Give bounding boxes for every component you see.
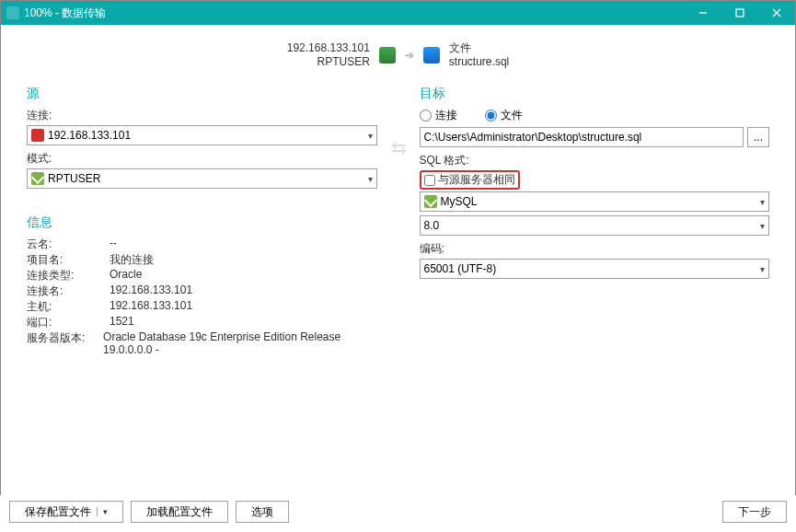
source-host-label: 192.168.133.101 (287, 41, 370, 55)
schema-select[interactable]: RPTUSER ▾ (27, 168, 377, 189)
next-button[interactable]: 下一步 (722, 501, 787, 523)
target-type-label: 文件 (449, 41, 509, 55)
info-value: 我的连接 (110, 252, 154, 268)
chevron-down-icon: ▾ (760, 264, 765, 274)
sql-format-label: SQL 格式: (420, 153, 770, 168)
info-value: 192.168.133.101 (110, 299, 192, 315)
target-file-label: structure.sql (449, 55, 509, 69)
connection-label: 连接: (27, 108, 377, 123)
source-panel: 源 连接: 192.168.133.101 ▾ 模式: RPTUSER ▾ 信息… (27, 86, 377, 356)
db-type-value: MySQL (441, 195, 478, 208)
info-value: 1521 (110, 315, 134, 330)
arrow-icon: ➔ (405, 49, 414, 62)
chevron-down-icon: ▾ (368, 131, 373, 141)
target-title: 目标 (420, 86, 770, 102)
save-profile-button[interactable]: 保存配置文件▾ (9, 501, 123, 523)
info-value: 192.168.133.101 (110, 283, 192, 299)
encoding-select[interactable]: 65001 (UTF-8) ▾ (420, 259, 770, 279)
encoding-label: 编码: (420, 241, 770, 257)
connection-value: 192.168.133.101 (48, 129, 131, 142)
options-button[interactable]: 选项 (236, 501, 289, 523)
target-panel: 目标 连接 文件 C:\Users\Administrator\Desktop\… (420, 86, 770, 279)
schema-icon (31, 172, 44, 185)
title-text: 100% - 数据传输 (24, 6, 106, 21)
info-value: Oracle (110, 268, 142, 283)
schema-label: 模式: (27, 151, 377, 167)
svg-rect-1 (736, 9, 744, 17)
radio-connection[interactable]: 连接 (420, 108, 457, 123)
info-label: 项目名: (27, 252, 110, 268)
info-grid: 云名:-- 项目名:我的连接 连接类型:Oracle 连接名:192.168.1… (27, 237, 377, 356)
info-title: 信息 (27, 214, 377, 231)
radio-file[interactable]: 文件 (485, 108, 523, 123)
connection-select[interactable]: 192.168.133.101 ▾ (27, 125, 377, 145)
oracle-icon (31, 129, 44, 142)
info-label: 主机: (27, 299, 110, 315)
info-value: Oracle Database 19c Enterprise Edition R… (103, 330, 376, 356)
chevron-down-icon: ▾ (97, 507, 108, 516)
window-controls (685, 1, 795, 25)
transfer-summary: 192.168.133.101 RPTUSER ➔ 文件 structure.s… (1, 25, 795, 78)
app-icon (6, 6, 19, 19)
info-label: 端口: (27, 315, 110, 330)
footer: 保存配置文件▾ 加载配置文件 选项 下一步 (0, 495, 796, 532)
load-profile-button[interactable]: 加载配置文件 (131, 501, 228, 523)
chevron-down-icon: ▾ (368, 174, 373, 184)
chevron-down-icon: ▾ (760, 221, 765, 231)
info-label: 连接类型: (27, 268, 110, 283)
source-title: 源 (27, 86, 377, 102)
maximize-button[interactable] (721, 1, 758, 25)
info-label: 云名: (27, 237, 110, 252)
db-type-select[interactable]: MySQL ▾ (420, 191, 770, 212)
schema-value: RPTUSER (48, 172, 100, 185)
same-as-source-checkbox[interactable]: 与源服务器相同 (420, 170, 520, 190)
info-label: 服务器版本: (27, 330, 103, 356)
mysql-icon (424, 195, 437, 208)
info-value: -- (110, 237, 117, 252)
close-button[interactable] (758, 1, 795, 25)
info-label: 连接名: (27, 283, 110, 299)
version-value: 8.0 (424, 219, 440, 232)
path-value: C:\Users\Administrator\Desktop\structure… (424, 131, 642, 144)
encoding-value: 65001 (UTF-8) (424, 262, 497, 275)
minimize-button[interactable] (685, 1, 721, 25)
database-target-icon (423, 47, 440, 64)
titlebar: 100% - 数据传输 (1, 1, 795, 25)
database-source-icon (379, 47, 396, 64)
chevron-down-icon: ▾ (760, 197, 765, 207)
source-schema-label: RPTUSER (287, 55, 370, 69)
browse-button[interactable]: ... (747, 127, 769, 147)
version-select[interactable]: 8.0 ▾ (420, 215, 770, 236)
path-input[interactable]: C:\Users\Administrator\Desktop\structure… (420, 127, 744, 147)
